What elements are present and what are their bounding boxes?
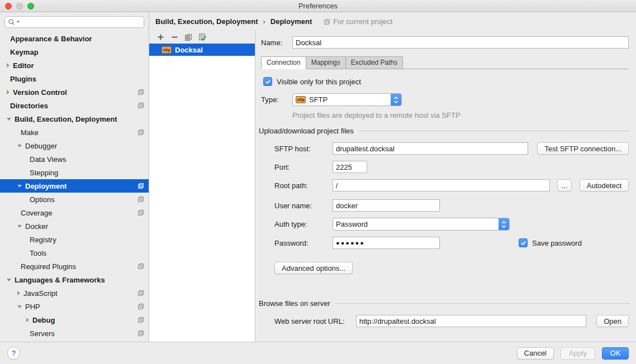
- tree-expand-arrow-icon[interactable]: [17, 145, 22, 147]
- cancel-button[interactable]: Cancel: [517, 347, 554, 360]
- breadcrumb-parent[interactable]: Build, Execution, Deployment: [155, 17, 258, 26]
- tree-expand-arrow-icon[interactable]: [7, 279, 11, 281]
- remove-server-button[interactable]: [170, 33, 179, 42]
- search-icon: [8, 18, 15, 26]
- sftp-host-label: SFTP host:: [274, 145, 333, 153]
- sidebar-item-servers[interactable]: Servers: [0, 327, 149, 340]
- per-project-settings-icon: [137, 317, 144, 323]
- per-project-settings-icon: [324, 18, 330, 25]
- type-select-value: SFTP: [309, 95, 387, 104]
- sidebar-item-docker[interactable]: Docker: [0, 219, 149, 233]
- sidebar-item-data-views[interactable]: Data Views: [0, 152, 149, 166]
- tree-expand-arrow-icon[interactable]: [17, 305, 22, 308]
- sftp-type-icon: sftp: [162, 46, 172, 54]
- advanced-options-button[interactable]: Advanced options...: [274, 262, 353, 274]
- settings-search-input[interactable]: [4, 16, 144, 28]
- save-password-checkbox[interactable]: [519, 238, 528, 247]
- sidebar-item-debug[interactable]: Debug: [0, 313, 149, 327]
- tree-expand-arrow-icon[interactable]: [17, 291, 20, 295]
- sidebar-item-plugins[interactable]: Plugins: [0, 72, 149, 85]
- breadcrumb-separator-icon: ›: [262, 17, 266, 26]
- sidebar-item-registry[interactable]: Registry: [0, 233, 149, 246]
- auth-type-label: Auth type:: [274, 220, 333, 228]
- tree-expand-arrow-icon[interactable]: [17, 225, 22, 228]
- tab-bar: Connection Mappings Excluded Paths: [261, 56, 629, 69]
- browse-root-path-button[interactable]: ...: [557, 179, 572, 191]
- select-chevrons-icon: [499, 218, 509, 230]
- minus-icon: [171, 33, 178, 41]
- sidebar-item-keymap[interactable]: Keymap: [0, 45, 149, 59]
- port-label: Port:: [274, 163, 333, 171]
- preferences-window: Preferences Appearance & Behavior: [0, 0, 636, 364]
- sidebar-item-stepping[interactable]: Stepping: [0, 166, 149, 179]
- tree-expand-arrow-icon[interactable]: [7, 63, 10, 68]
- close-window-button[interactable]: [5, 3, 12, 9]
- sftp-host-input[interactable]: [333, 142, 528, 155]
- sidebar-item-languages-frameworks[interactable]: Languages & Frameworks: [0, 273, 149, 286]
- sidebar-item-version-control[interactable]: Version Control: [0, 85, 149, 99]
- sidebar-item-debugger[interactable]: Debugger: [0, 139, 149, 152]
- root-path-row: Root path: ... Autodetect: [274, 179, 629, 191]
- traffic-lights: [5, 3, 34, 9]
- zoom-window-button[interactable]: [27, 3, 34, 9]
- sidebar-item-label: Plugins: [10, 75, 134, 83]
- password-input[interactable]: [333, 237, 440, 249]
- sidebar-item-required-plugins[interactable]: Required Plugins: [0, 260, 149, 273]
- port-input[interactable]: [333, 161, 367, 173]
- ok-button[interactable]: OK: [602, 347, 629, 360]
- apply-button[interactable]: Apply: [561, 347, 595, 360]
- sidebar-item-javascript[interactable]: JavaScript: [0, 286, 149, 300]
- sidebar-item-label: Appearance & Behavior: [10, 35, 134, 43]
- web-root-input[interactable]: [356, 315, 587, 327]
- sidebar-item-tools[interactable]: Tools: [0, 246, 149, 260]
- copy-server-button[interactable]: [184, 33, 193, 42]
- save-password-label: Save password: [532, 239, 582, 247]
- per-project-settings-icon: [137, 330, 144, 337]
- upload-section-title: Upload/download project files: [259, 127, 354, 135]
- open-url-button[interactable]: Open: [596, 315, 629, 327]
- sidebar-item-directories[interactable]: Directories: [0, 99, 149, 112]
- sidebar-item-make[interactable]: Make: [0, 126, 149, 139]
- sidebar-item-label: Keymap: [10, 48, 134, 56]
- tree-expand-arrow-icon[interactable]: [17, 185, 22, 188]
- add-server-button[interactable]: [156, 33, 165, 42]
- tree-expand-arrow-icon[interactable]: [26, 318, 29, 322]
- sidebar-item-options[interactable]: Options: [0, 193, 149, 206]
- sidebar-item-label: Servers: [30, 329, 134, 338]
- tab-mappings[interactable]: Mappings: [306, 56, 346, 69]
- sidebar-item-deployment[interactable]: Deployment: [0, 179, 149, 193]
- type-hint-text: Project files are deployed to a remote h…: [292, 111, 629, 119]
- sidebar-item-build-execution-deployment[interactable]: Build, Execution, Deployment: [0, 112, 149, 126]
- sidebar-item-label: Build, Execution, Deployment: [15, 115, 134, 123]
- name-input[interactable]: [292, 36, 629, 49]
- sidebar-item-appearance-behavior[interactable]: Appearance & Behavior: [0, 32, 149, 45]
- sidebar-item-editor[interactable]: Editor: [0, 59, 149, 72]
- auth-type-select[interactable]: Password: [333, 218, 510, 231]
- sidebar-item-label: Deployment: [25, 182, 134, 190]
- root-path-input[interactable]: [333, 179, 550, 191]
- visible-only-row: Visible only for this project: [263, 77, 629, 86]
- sidebar-item-label: Data Views: [30, 155, 134, 164]
- tree-expand-arrow-icon[interactable]: [7, 90, 10, 94]
- help-button[interactable]: ?: [7, 347, 20, 360]
- test-sftp-connection-button[interactable]: Test SFTP connection...: [537, 142, 629, 155]
- server-list-toolbar: [149, 31, 255, 44]
- sidebar-item-coverage[interactable]: Coverage: [0, 206, 149, 219]
- autodetect-button[interactable]: Autodetect: [580, 179, 629, 191]
- user-name-input[interactable]: [333, 199, 440, 212]
- select-chevrons-icon: [391, 94, 401, 106]
- sidebar-item-php[interactable]: PHP: [0, 300, 149, 313]
- per-project-settings-icon: [137, 209, 144, 216]
- tab-connection[interactable]: Connection: [261, 56, 306, 69]
- visible-only-checkbox[interactable]: [263, 77, 272, 86]
- search-options-chevron-icon[interactable]: [16, 21, 20, 23]
- type-select[interactable]: sftp SFTP: [292, 93, 402, 106]
- tree-expand-arrow-icon[interactable]: [7, 118, 11, 121]
- tab-excluded-paths[interactable]: Excluded Paths: [346, 56, 403, 69]
- use-as-default-server-button[interactable]: [198, 33, 207, 42]
- sidebar-item-label: Options: [30, 195, 134, 204]
- upload-section-header: Upload/download project files: [259, 127, 629, 135]
- root-path-label: Root path:: [274, 181, 333, 190]
- server-list-item-docksal[interactable]: sftp Docksal: [149, 44, 255, 56]
- per-project-settings-icon: [137, 129, 144, 136]
